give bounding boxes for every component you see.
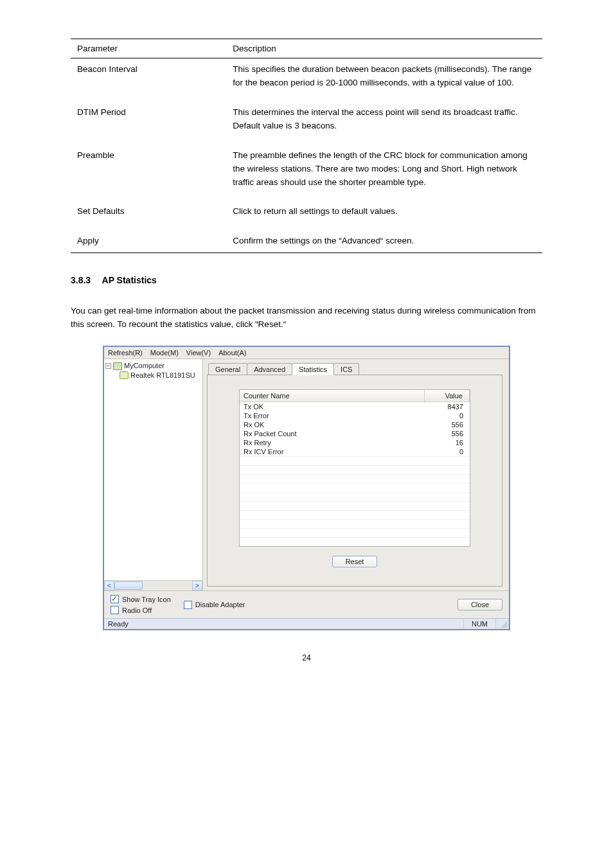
counter-value: 8437 <box>425 402 470 411</box>
counter-value: 0 <box>425 447 470 456</box>
tab-advanced[interactable]: Advanced <box>247 363 292 375</box>
tabs: General Advanced Statistics ICS <box>207 363 502 375</box>
app-window: Refresh(R) Mode(M) View(V) About(A) − My… <box>103 346 510 630</box>
checkbox-icon[interactable] <box>111 595 119 603</box>
checkbox-icon[interactable] <box>111 606 119 614</box>
table-row: Apply Confirm the settings on the “Advan… <box>71 230 542 252</box>
table-row: DTIM Period This determines the interval… <box>71 102 542 145</box>
radio-off-checkbox[interactable]: Radio Off <box>111 606 171 614</box>
bottom-bar: Show Tray Icon Radio Off Disable Adapter… <box>104 590 509 618</box>
menubar: Refresh(R) Mode(M) View(V) About(A) <box>104 347 509 359</box>
header-description: Description <box>226 39 542 58</box>
radio-off-label: Radio Off <box>122 607 152 614</box>
disable-adapter-checkbox[interactable]: Disable Adapter <box>184 601 245 609</box>
menu-view[interactable]: View(V) <box>186 349 211 357</box>
counter-name: Rx Retry <box>240 438 425 447</box>
table-row: Preamble The preamble defines the length… <box>71 145 542 201</box>
param-desc: Confirm the settings on the “Advanced“ s… <box>226 230 542 252</box>
scroll-right-icon[interactable]: > <box>192 581 202 590</box>
list-item[interactable]: Rx Packet Count 556 <box>240 429 470 438</box>
tree-pane: − MyComputer Realtek RTL8191SU < > <box>104 359 203 590</box>
tree-root-label: MyComputer <box>124 361 164 371</box>
table-row: Beacon Interval This specifies the durat… <box>71 58 542 102</box>
param-name: Beacon Interval <box>71 58 226 102</box>
counter-value: 556 <box>425 429 470 438</box>
header-value[interactable]: Value <box>425 390 470 402</box>
list-item[interactable]: Rx ICV Error 0 <box>240 447 470 456</box>
tab-body: Counter Name Value Tx OK 8437 Tx Error 0 <box>207 375 502 587</box>
section-number: 3.8.3 <box>71 275 91 285</box>
tree-child-label: Realtek RTL8191SU <box>130 371 195 380</box>
counter-name: Tx OK <box>240 402 425 411</box>
param-name: Set Defaults <box>71 200 226 230</box>
param-name: Apply <box>71 230 226 252</box>
show-tray-label: Show Tray Icon <box>122 596 171 603</box>
scroll-track[interactable] <box>114 581 192 590</box>
tab-general[interactable]: General <box>208 363 247 375</box>
status-ready: Ready <box>104 619 464 629</box>
param-name: Preamble <box>71 145 226 201</box>
checkbox-icon[interactable] <box>184 601 192 609</box>
counter-name: Rx ICV Error <box>240 447 425 456</box>
tab-ics[interactable]: ICS <box>333 363 359 375</box>
menu-mode[interactable]: Mode(M) <box>150 349 179 357</box>
computer-icon <box>113 362 122 370</box>
horizontal-scrollbar[interactable]: < > <box>104 580 202 590</box>
status-num: NUM <box>464 619 496 629</box>
param-desc: This specifies the duration between beac… <box>226 58 542 102</box>
table-row: Set Defaults Click to return all setting… <box>71 200 542 230</box>
tree-root[interactable]: − MyComputer <box>105 361 201 371</box>
param-desc: Click to return all settings to default … <box>226 200 542 230</box>
counter-value: 556 <box>425 420 470 429</box>
status-bar: Ready NUM <box>104 618 509 629</box>
header-counter-name[interactable]: Counter Name <box>240 390 425 402</box>
counter-value: 16 <box>425 438 470 447</box>
counter-name: Rx OK <box>240 420 425 429</box>
show-tray-checkbox[interactable]: Show Tray Icon <box>111 595 171 603</box>
tab-statistics[interactable]: Statistics <box>292 363 334 375</box>
list-item[interactable]: Tx Error 0 <box>240 411 470 420</box>
collapse-icon[interactable]: − <box>105 363 111 369</box>
menu-about[interactable]: About(A) <box>218 349 246 357</box>
param-desc: This determines the interval the access … <box>226 102 542 145</box>
reset-button[interactable]: Reset <box>332 556 378 567</box>
list-item[interactable]: Rx Retry 16 <box>240 438 470 447</box>
stats-header: Counter Name Value <box>240 390 470 402</box>
close-button[interactable]: Close <box>458 599 502 610</box>
counter-value: 0 <box>425 411 470 420</box>
scroll-left-icon[interactable]: < <box>104 581 114 590</box>
param-desc: The preamble defines the length of the C… <box>226 145 542 201</box>
tree-child[interactable]: Realtek RTL8191SU <box>105 371 201 380</box>
stats-list[interactable]: Counter Name Value Tx OK 8437 Tx Error 0 <box>239 389 470 547</box>
counter-name: Rx Packet Count <box>240 429 425 438</box>
section-heading: 3.8.3 AP Statistics <box>71 275 542 285</box>
content-pane: General Advanced Statistics ICS Counter … <box>203 359 509 590</box>
parameter-table: Parameter Description Beacon Interval Th… <box>71 39 542 253</box>
menu-refresh[interactable]: Refresh(R) <box>108 349 143 357</box>
header-parameter: Parameter <box>71 39 226 58</box>
adapter-icon <box>120 371 129 379</box>
list-item[interactable]: Rx OK 556 <box>240 420 470 429</box>
intro-paragraph: You can get real-time information about … <box>71 305 542 332</box>
blank-rows <box>240 456 470 546</box>
scroll-thumb[interactable] <box>114 581 143 590</box>
section-title: AP Statistics <box>102 275 157 285</box>
counter-name: Tx Error <box>240 411 425 420</box>
list-item[interactable]: Tx OK 8437 <box>240 402 470 411</box>
resize-grip-icon[interactable] <box>496 619 509 629</box>
stats-rows: Tx OK 8437 Tx Error 0 Rx OK 556 Rx Pac <box>240 402 470 456</box>
page-number: 24 <box>71 653 542 662</box>
param-name: DTIM Period <box>71 102 226 145</box>
disable-adapter-label: Disable Adapter <box>195 601 245 608</box>
